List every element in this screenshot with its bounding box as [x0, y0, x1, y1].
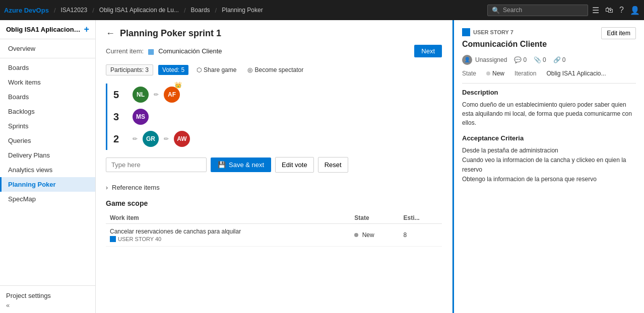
sidebar-item-specmap[interactable]: SpecMap — [0, 192, 95, 206]
reference-items-label: Reference items — [112, 184, 160, 191]
col-workitem: Work item — [106, 212, 350, 224]
breadcrumb-1[interactable]: ISA12023 — [61, 7, 88, 14]
comment-icon: 💬 — [514, 56, 522, 63]
assign-icon: 👤 — [462, 55, 472, 65]
share-game-button[interactable]: ⬡ Share game — [194, 65, 239, 75]
sidebar-item-analytics[interactable]: Analytics views — [0, 163, 95, 177]
help-icon[interactable]: ? — [619, 6, 624, 15]
sidebar-item-sprints[interactable]: Sprints — [0, 119, 95, 133]
back-header: ← Planning Poker sprint 1 — [106, 28, 442, 39]
scope-table: Work item State Esti... Cancelar reserva… — [106, 212, 442, 247]
avatar-af: AF — [164, 87, 180, 103]
search-placeholder: Search — [503, 7, 522, 14]
breadcrumb-2[interactable]: Oblig ISA1 Aplicacion de Lu... — [99, 7, 179, 14]
save-icon: 💾 — [218, 161, 226, 169]
breadcrumb-poker[interactable]: Planning Poker — [222, 7, 263, 14]
sidebar-footer: Project settings « — [0, 285, 95, 313]
game-scope-title: Game scope — [106, 199, 442, 207]
wi-subtitle: USER STORY 40 — [110, 236, 346, 242]
wi-cell: Cancelar reservaciones de canchas para a… — [106, 224, 350, 247]
back-button[interactable]: ← — [106, 28, 115, 39]
link-icon: 🔗 — [553, 56, 561, 63]
acceptance-line-1: Desde la pestaña de administracion — [462, 146, 636, 155]
sidebar-item-workitems[interactable]: Work items — [0, 75, 95, 90]
attachment-count: 📎 0 — [534, 56, 546, 63]
attachment-icon: 📎 — [534, 56, 541, 63]
vote-number-2: 2 — [113, 133, 127, 145]
content-area: ← Planning Poker sprint 1 Current item: … — [96, 20, 644, 313]
wi-estimate-cell: 8 — [400, 224, 442, 247]
table-row[interactable]: Cancelar reservaciones de canchas para a… — [106, 224, 442, 247]
avatar-aw: AW — [174, 131, 190, 147]
rp-title: Comunicación Cliente — [462, 39, 547, 50]
wi-title: Cancelar reservaciones de canchas para a… — [110, 228, 346, 235]
wi-icon — [110, 236, 116, 242]
collapse-icon: « — [6, 301, 10, 309]
sidebar-item-settings[interactable]: Project settings — [6, 290, 89, 301]
sidebar-item-boards2[interactable]: Boards — [0, 90, 95, 104]
poker-panel: ← Planning Poker sprint 1 Current item: … — [96, 20, 453, 313]
list-icon[interactable]: ☰ — [592, 6, 599, 15]
sidebar-collapse-button[interactable]: « — [6, 301, 89, 309]
vote-input-row: 💾 Save & next Edit vote Reset — [106, 157, 442, 173]
story-badge: USER STORY 7 — [462, 28, 547, 36]
col-estimate: Esti... — [400, 212, 442, 224]
sidebar-item-backlogs[interactable]: Backlogs — [0, 104, 95, 119]
acceptance-line-3: Obtengo la informacion de la persona que… — [462, 175, 636, 184]
edit-icon-nl[interactable]: ✏ — [154, 91, 159, 98]
next-button[interactable]: Next — [414, 45, 442, 57]
nav-divider — [0, 58, 95, 58]
user-icon[interactable]: 👤 — [630, 6, 640, 15]
edit-icon-gr[interactable]: ✏ — [133, 135, 138, 142]
vote-row-2: 2 ✏ GR ✏ AW — [113, 128, 442, 150]
spectator-button[interactable]: ◎ Become spectator — [244, 65, 306, 75]
sidebar-item-queries[interactable]: Queries — [0, 133, 95, 148]
story-label: USER STORY 7 — [473, 29, 513, 35]
avatar-nl: NL — [133, 87, 149, 103]
sidebar-item-overview[interactable]: Overview — [0, 41, 95, 56]
add-project-button[interactable]: + — [84, 24, 89, 35]
current-item-name: Comunicación Cliente — [158, 47, 222, 55]
poker-title: Planning Poker sprint 1 — [120, 28, 221, 39]
participants-row: Participants: 3 Voted: 5 ⬡ Share game ◎ … — [106, 64, 442, 75]
edit-item-button[interactable]: Edit item — [601, 27, 636, 39]
vote-row-5: 5 NL ✏ AF — [113, 84, 442, 106]
right-panel: USER STORY 7 Comunicación Cliente Edit i… — [453, 20, 644, 313]
edit-vote-button[interactable]: Edit vote — [275, 157, 314, 173]
acceptance-title: Acceptance Criteria — [462, 134, 636, 142]
iteration-label: Iteration — [514, 70, 536, 77]
breadcrumb-boards[interactable]: Boards — [191, 7, 210, 14]
avatar-gr: GR — [143, 131, 159, 147]
rp-meta: 👤 Unassigned 💬 0 📎 0 🔗 0 — [462, 55, 636, 65]
reference-items-row[interactable]: › Reference items — [106, 180, 442, 195]
sidebar-item-boards[interactable]: Boards — [0, 60, 95, 75]
bag-icon[interactable]: 🛍 — [605, 6, 613, 15]
search-box[interactable]: 🔍 Search — [487, 5, 588, 16]
vote-row-3: 3 MS — [113, 106, 442, 128]
description-title: Description — [462, 89, 636, 96]
voted-badge: Voted: 5 — [158, 65, 188, 75]
link-count: 🔗 0 — [553, 56, 566, 63]
acceptance-line-2: Cuando veo la informacion de la cancha y… — [462, 155, 636, 175]
comment-count: 💬 0 — [514, 56, 527, 63]
rp-assignee: 👤 Unassigned — [462, 55, 507, 65]
edit-icon-aw[interactable]: ✏ — [164, 135, 169, 142]
brand-label[interactable]: Azure DevOps — [4, 7, 49, 14]
reset-button[interactable]: Reset — [318, 157, 348, 173]
assignee-label: Unassigned — [475, 56, 507, 63]
sidebar-item-delivery[interactable]: Delivery Plans — [0, 148, 95, 163]
board-icon: ▦ — [148, 47, 154, 55]
state-dot — [486, 71, 490, 75]
vote-section: 5 NL ✏ AF 3 MS 2 ✏ GR ✏ AW — [106, 84, 442, 150]
current-item-row: Current item: ▦ Comunicación Cliente Nex… — [106, 45, 442, 57]
participants-badge: Participants: 3 — [106, 64, 153, 75]
search-icon: 🔍 — [492, 7, 500, 14]
topbar: Azure DevOps / ISA12023 / Oblig ISA1 Apl… — [0, 0, 644, 20]
col-state: State — [350, 212, 399, 224]
rp-state-row: State New Iteration Oblig ISA1 Aplicacio… — [462, 70, 636, 77]
current-item-label: Current item: — [106, 47, 144, 55]
sidebar-item-poker[interactable]: Planning Poker — [0, 177, 95, 192]
save-next-button[interactable]: 💾 Save & next — [211, 158, 271, 172]
vote-number-3: 3 — [113, 111, 127, 123]
vote-input[interactable] — [106, 158, 207, 172]
